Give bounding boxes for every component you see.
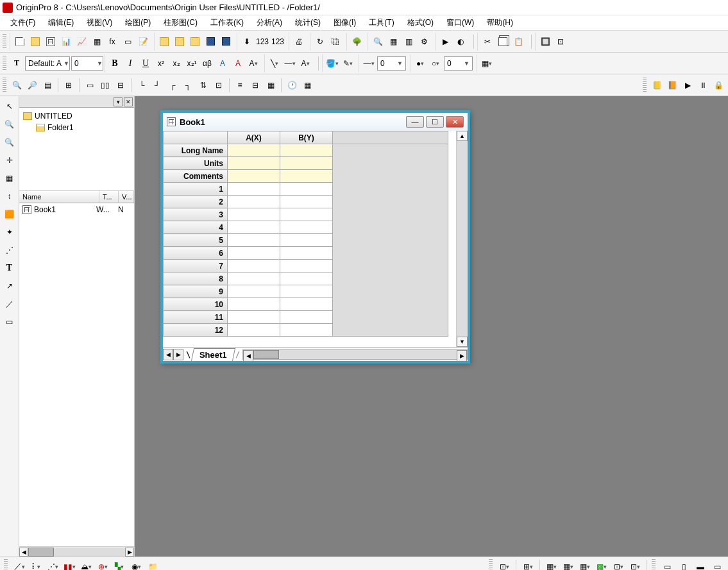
col-header-b[interactable]: B(Y)	[280, 131, 333, 144]
save-button[interactable]	[203, 35, 217, 49]
text-tool-button[interactable]: T	[10, 56, 24, 71]
mask7-button[interactable]: ⊡▾	[611, 560, 625, 571]
refresh-button[interactable]: ↻	[313, 35, 327, 49]
meta-comments[interactable]: Comments	[164, 170, 228, 183]
col-view[interactable]: V...	[119, 191, 134, 203]
close-button[interactable]: ✕	[446, 116, 464, 128]
menu-image[interactable]: 图像(I)	[327, 16, 362, 29]
project-explorer-button[interactable]: 🌳	[350, 35, 364, 49]
col-header-a[interactable]: A(X)	[228, 131, 280, 144]
row-header[interactable]: 11	[164, 311, 228, 324]
mask8-button[interactable]: ⊡▾	[628, 560, 642, 571]
open-button[interactable]	[157, 35, 171, 49]
new-layout-button[interactable]: ▭	[121, 35, 135, 49]
mask3-button[interactable]: ▦▾	[545, 560, 559, 571]
obj1-button[interactable]: ▭	[660, 560, 674, 571]
line-dash-button[interactable]: —▾	[362, 56, 376, 71]
cut-button[interactable]: ✂	[480, 35, 495, 49]
mask2-button[interactable]: ⊞▾	[521, 560, 535, 571]
recalc-auto-button[interactable]: ▶	[681, 78, 695, 92]
menu-file[interactable]: 文件(F)	[4, 16, 42, 29]
linesymbol-plot-button[interactable]: ⋰▾	[46, 560, 60, 571]
data-selector-button[interactable]: 🔎	[25, 78, 39, 92]
grid-button[interactable]: ▦	[264, 78, 278, 92]
grip-icon[interactable]	[3, 56, 6, 71]
pane-scrollbar[interactable]: ◀ ▶	[19, 546, 134, 557]
menu-help[interactable]: 帮助(H)	[480, 16, 520, 29]
row-header[interactable]: 1	[164, 183, 228, 196]
open-template-button[interactable]	[173, 35, 187, 49]
align2-button[interactable]: ⊟	[248, 78, 262, 92]
data-info-button[interactable]: ▤	[40, 78, 55, 92]
menu-tools[interactable]: 工具(T)	[362, 16, 400, 29]
paste-button[interactable]: 📋	[511, 35, 525, 49]
duplicate-button[interactable]: ⿻	[328, 35, 343, 49]
italic-button[interactable]: I	[123, 56, 137, 71]
menu-analysis[interactable]: 分析(A)	[250, 16, 289, 29]
font-dec-button[interactable]: A	[231, 56, 245, 71]
scroll-down[interactable]: ▼	[457, 337, 468, 347]
3d-plot-button[interactable]: ◉▾	[129, 560, 143, 571]
template-plot-button[interactable]: 📁	[146, 560, 160, 571]
superscript-button[interactable]: x²	[154, 56, 168, 71]
row-header[interactable]: 5	[164, 234, 228, 247]
text-tool[interactable]: T	[2, 260, 17, 276]
font-inc-button[interactable]: A	[216, 56, 230, 71]
greek-button[interactable]: αβ	[200, 56, 214, 71]
obj2-button[interactable]: ▯	[677, 560, 691, 571]
scroll-left[interactable]: ◀	[243, 350, 253, 362]
subscript-button[interactable]: x₂	[169, 56, 183, 71]
new-project-button[interactable]	[13, 35, 27, 49]
script-button[interactable]: 📙	[665, 78, 679, 92]
row-header[interactable]: 6	[164, 247, 228, 260]
save-template-button[interactable]	[219, 35, 233, 49]
extract-button[interactable]: └	[135, 78, 149, 92]
xy-button[interactable]: ▦	[300, 78, 314, 92]
screen-reader-tool[interactable]: ✛	[2, 153, 17, 168]
menu-window[interactable]: 窗口(W)	[440, 16, 480, 29]
data-selector-tool[interactable]: ↕	[2, 189, 17, 204]
data-reader-button[interactable]: 🔍	[10, 78, 24, 92]
code-builder-button[interactable]: ▦	[386, 35, 400, 49]
sheet-tab[interactable]: Sheet1	[191, 348, 235, 361]
minimize-button[interactable]: —	[406, 116, 424, 128]
rescale-button[interactable]: ⊡	[554, 35, 568, 49]
notes-button[interactable]: 📒	[650, 78, 664, 92]
scroll-up[interactable]: ▲	[457, 131, 468, 141]
enlarge-button[interactable]: ⊞	[62, 78, 76, 92]
layer1-button[interactable]: ▭	[83, 78, 97, 92]
tab-nav-right[interactable]: ▶	[173, 349, 183, 360]
tab-nav-left[interactable]: ◀	[163, 349, 173, 360]
obj4-button[interactable]: ▭	[710, 560, 724, 571]
tree-folder1[interactable]: Folder1	[23, 122, 130, 133]
row-header[interactable]: 3	[164, 208, 228, 221]
line-style-button[interactable]: ╲▾	[267, 56, 282, 71]
link-button[interactable]: ⊡	[212, 78, 226, 92]
bold-button[interactable]: B	[108, 56, 122, 71]
zoom-in-tool[interactable]: 🔍	[2, 117, 17, 132]
vscrollbar[interactable]: ▲ ▼	[456, 131, 468, 347]
new-folder-button[interactable]	[28, 35, 42, 49]
underline-button[interactable]: U	[139, 56, 153, 71]
zoom-out-tool[interactable]: 🔍	[2, 135, 17, 150]
line-width-button[interactable]: —▾	[283, 56, 297, 71]
merge2-button[interactable]: ┐	[181, 78, 195, 92]
extract2-button[interactable]: ┘	[150, 78, 164, 92]
symbol-type-button[interactable]: ○▾	[428, 56, 443, 71]
worksheet-grid[interactable]: A(X) B(Y) Long Name Units Comments 1 2 3…	[163, 131, 448, 337]
col-type[interactable]: T...	[99, 191, 119, 203]
grip-icon[interactable]	[643, 78, 647, 93]
data-reader-tool[interactable]: ▦	[2, 171, 17, 186]
scroll-right[interactable]: ▶	[125, 548, 134, 557]
new-notes-button[interactable]: 📝	[136, 35, 150, 49]
draw-data-tool[interactable]: ⋰	[2, 242, 17, 258]
mask1-button[interactable]: ⊡▾	[497, 560, 511, 571]
open-excel-button[interactable]	[188, 35, 202, 49]
copy-button[interactable]	[496, 35, 510, 49]
merge-button[interactable]: ┌	[165, 78, 180, 92]
mask4-button[interactable]: ▦▾	[561, 560, 575, 571]
layer3-button[interactable]: ⊟	[114, 78, 128, 92]
mask5-button[interactable]: ▦▾	[578, 560, 592, 571]
import-ascii-button[interactable]: 123	[255, 35, 269, 49]
menu-edit[interactable]: 编辑(E)	[42, 16, 80, 29]
